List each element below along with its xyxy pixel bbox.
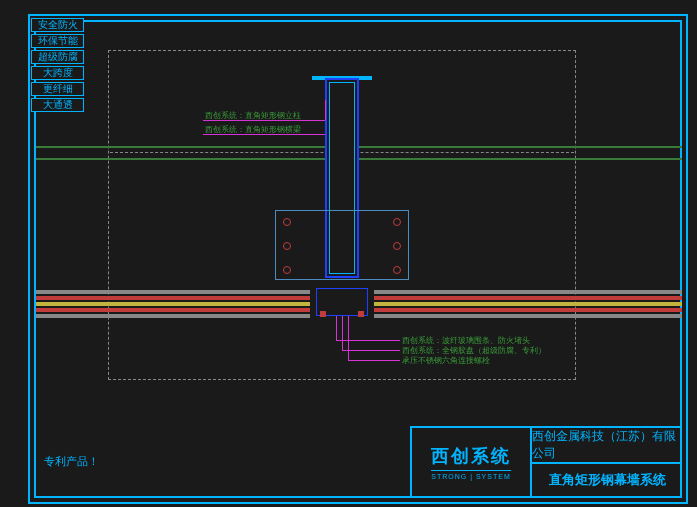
logo-cell: 西创系统 STRONG | SYSTEM: [412, 428, 532, 496]
leader-line: [342, 316, 343, 350]
leader-line: [336, 340, 400, 341]
tag-item: 更纤细: [31, 82, 84, 96]
tag-item: 安全防火: [31, 18, 84, 32]
leader-line: [336, 316, 337, 340]
patent-label: 专利产品！: [44, 454, 99, 469]
title-block: 西创系统 STRONG | SYSTEM 西创金属科技（江苏）有限公司 直角矩形…: [410, 426, 682, 496]
leader-line: [325, 100, 326, 120]
annotation: 承压不锈钢六角连接螺栓: [402, 355, 490, 366]
bolt-icon: [393, 218, 401, 226]
glass-line: [359, 158, 682, 160]
leader-line: [342, 350, 400, 351]
tag-item: 大通透: [31, 98, 84, 112]
annotation: 西创系统：直角矩形钢横梁: [205, 124, 301, 135]
bolt-icon: [393, 242, 401, 250]
tag-item: 超级防腐: [31, 50, 84, 64]
logo-sub: STRONG | SYSTEM: [431, 470, 510, 480]
tag-item: 大跨度: [31, 66, 84, 80]
glass-line: [36, 146, 325, 148]
company-name: 西创金属科技（江苏）有限公司: [532, 428, 682, 464]
leader-line: [348, 360, 400, 361]
logo-main: 西创系统: [431, 444, 511, 468]
bolt-icon: [393, 266, 401, 274]
bracket-plate: [275, 210, 409, 280]
leader-line: [348, 316, 349, 360]
bolt-icon: [283, 218, 291, 226]
gasket-icon: [358, 311, 364, 317]
glass-line: [36, 158, 325, 160]
tag-item: 环保节能: [31, 34, 84, 48]
drawing-title: 直角矩形钢幕墙系统: [532, 464, 682, 496]
bolt-icon: [283, 242, 291, 250]
annotation: 西创系统：直角矩形钢立柱: [205, 110, 301, 121]
glass-line: [359, 146, 682, 148]
gasket-icon: [320, 311, 326, 317]
bolt-icon: [283, 266, 291, 274]
